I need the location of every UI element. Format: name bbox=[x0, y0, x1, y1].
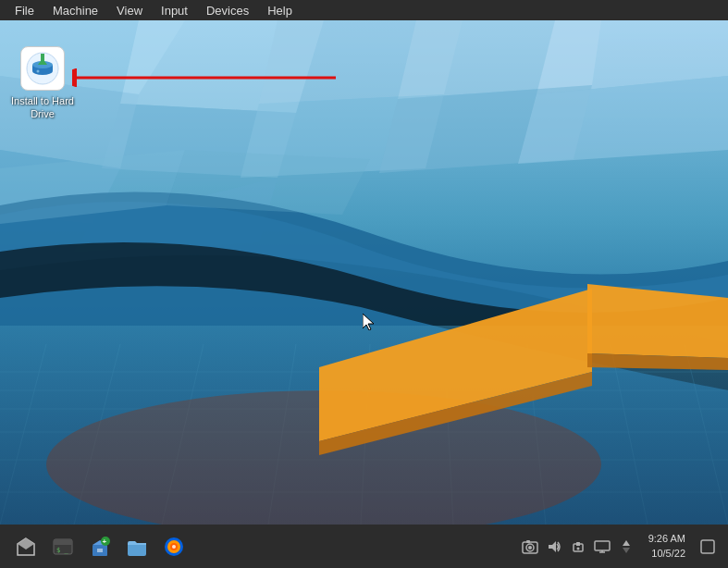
svg-rect-70 bbox=[595, 541, 610, 550]
menu-file[interactable]: File bbox=[7, 2, 42, 19]
taskbar-package-manager[interactable]: + bbox=[83, 530, 117, 563]
svg-rect-75 bbox=[701, 540, 714, 553]
svg-marker-35 bbox=[167, 150, 370, 215]
svg-rect-41 bbox=[41, 54, 44, 61]
screenshot-tray-icon[interactable] bbox=[521, 537, 539, 556]
clock-date: 10/5/22 bbox=[651, 547, 685, 561]
desktop: Install to Hard Drive bbox=[0, 20, 728, 525]
taskbar-files[interactable] bbox=[120, 530, 154, 563]
menu-view[interactable]: View bbox=[109, 2, 150, 19]
taskbar-firefox[interactable] bbox=[157, 530, 191, 563]
network-tray-icon[interactable] bbox=[617, 537, 635, 556]
taskbar-show-desktop[interactable] bbox=[9, 530, 43, 563]
settings-tray-icon[interactable] bbox=[698, 537, 717, 556]
system-clock[interactable]: 9:26 AM 10/5/22 bbox=[641, 532, 693, 561]
volume-tray-icon[interactable] bbox=[545, 537, 563, 556]
svg-text:$ _: $ _ bbox=[56, 547, 68, 554]
system-tray: 9:26 AM 10/5/22 bbox=[521, 532, 721, 561]
menu-help[interactable]: Help bbox=[260, 2, 300, 19]
svg-marker-73 bbox=[623, 540, 630, 546]
removable-tray-icon[interactable] bbox=[569, 537, 587, 556]
svg-marker-66 bbox=[549, 541, 556, 552]
taskbar: $ _ + bbox=[0, 525, 728, 568]
clock-time: 9:26 AM bbox=[648, 532, 685, 546]
install-icon[interactable]: Install to Hard Drive bbox=[9, 46, 76, 121]
menu-devices[interactable]: Devices bbox=[199, 2, 256, 19]
menubar: File Machine View Input Devices Help bbox=[0, 0, 728, 20]
svg-marker-47 bbox=[18, 538, 34, 549]
install-icon-label: Install to Hard Drive bbox=[9, 94, 76, 121]
svg-rect-54 bbox=[97, 549, 103, 552]
svg-point-64 bbox=[528, 546, 532, 549]
svg-point-61 bbox=[172, 545, 176, 549]
taskbar-terminal[interactable]: $ _ bbox=[46, 530, 80, 563]
svg-point-42 bbox=[37, 70, 40, 73]
menu-input[interactable]: Input bbox=[154, 2, 195, 19]
menu-machine[interactable]: Machine bbox=[45, 2, 105, 19]
svg-rect-57 bbox=[128, 543, 146, 556]
display-tray-icon[interactable] bbox=[593, 537, 611, 556]
install-icon-image bbox=[20, 46, 65, 91]
svg-point-69 bbox=[576, 547, 579, 549]
svg-rect-50 bbox=[54, 543, 72, 545]
svg-marker-74 bbox=[623, 548, 630, 553]
svg-text:+: + bbox=[103, 537, 107, 546]
svg-rect-68 bbox=[576, 542, 580, 546]
svg-rect-65 bbox=[526, 540, 530, 543]
